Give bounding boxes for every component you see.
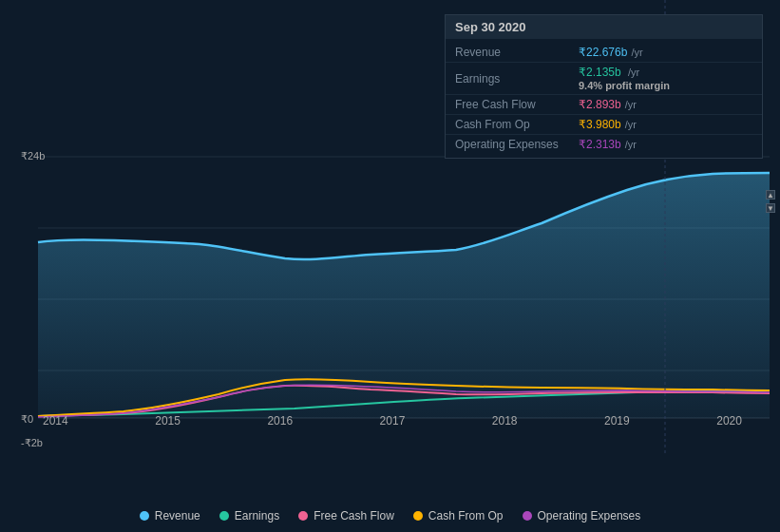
- tooltip-revenue-row: Revenue ₹22.676b /yr: [446, 43, 762, 63]
- legend-earnings[interactable]: Earnings: [219, 509, 279, 522]
- x-label-2014: 2014: [43, 414, 68, 428]
- legend-dot-opex: [523, 511, 532, 521]
- legend-label-revenue: Revenue: [155, 509, 200, 522]
- legend-dot-cashfromop: [413, 511, 423, 521]
- legend-fcf[interactable]: Free Cash Flow: [298, 509, 394, 522]
- tooltip-earnings-label: Earnings: [455, 72, 579, 86]
- chart-area: ₹24b ₹0 -₹2b 2014 2015 2016 2017 2018 20…: [0, 0, 780, 484]
- legend-bar: Revenue Earnings Free Cash Flow Cash Fro…: [0, 509, 780, 522]
- y-label-top: ₹24b: [21, 150, 45, 162]
- scroll-down-btn[interactable]: ▼: [766, 203, 775, 213]
- legend-dot-earnings: [219, 511, 229, 521]
- legend-label-cashfromop: Cash From Op: [428, 509, 504, 522]
- tooltip-cashfromop-value: ₹3.980b: [579, 118, 621, 131]
- tooltip-revenue-unit: /yr: [631, 47, 642, 58]
- x-label-2019: 2019: [604, 414, 630, 428]
- tooltip-cashfromop-label: Cash From Op: [455, 118, 579, 131]
- tooltip-cashfromop-row: Cash From Op ₹3.980b /yr: [446, 115, 762, 135]
- tooltip-body: Revenue ₹22.676b /yr Earnings ₹2.135b /y…: [446, 39, 762, 158]
- x-label-2017: 2017: [380, 414, 406, 428]
- tooltip-revenue-value: ₹22.676b: [579, 46, 627, 59]
- tooltip-earnings-unit: /yr: [628, 66, 639, 78]
- tooltip-opex-unit: /yr: [625, 139, 637, 150]
- tooltip-earnings-row: Earnings ₹2.135b /yr 9.4% profit margin: [446, 63, 762, 95]
- tooltip-opex-value: ₹2.313b: [579, 138, 621, 151]
- tooltip-opex-label: Operating Expenses: [455, 138, 579, 151]
- legend-label-fcf: Free Cash Flow: [314, 509, 394, 522]
- scroll-up-btn[interactable]: ▲: [766, 190, 775, 200]
- y-label-neg: -₹2b: [21, 437, 43, 449]
- tooltip-box: Sep 30 2020 Revenue ₹22.676b /yr Earning…: [445, 14, 763, 159]
- tooltip-earnings-value-row: ₹2.135b /yr: [579, 66, 670, 79]
- x-label-2016: 2016: [267, 414, 293, 428]
- tooltip-fcf-row: Free Cash Flow ₹2.893b /yr: [446, 95, 762, 115]
- tooltip-cashfromop-unit: /yr: [625, 119, 637, 130]
- x-label-2020: 2020: [716, 414, 742, 428]
- legend-cashfromop[interactable]: Cash From Op: [413, 509, 504, 522]
- tooltip-fcf-value: ₹2.893b: [579, 98, 621, 111]
- tooltip-earnings-margin: ₹2.135b /yr 9.4% profit margin: [579, 66, 670, 91]
- legend-label-opex: Operating Expenses: [538, 509, 641, 522]
- tooltip-opex-row: Operating Expenses ₹2.313b /yr: [446, 135, 762, 154]
- tooltip-fcf-label: Free Cash Flow: [455, 98, 579, 111]
- legend-dot-fcf: [298, 511, 308, 521]
- legend-revenue[interactable]: Revenue: [140, 509, 200, 522]
- scroll-indicator: ▲ ▼: [766, 190, 775, 213]
- legend-dot-revenue: [140, 511, 149, 521]
- tooltip-earnings-value: ₹2.135b: [579, 66, 621, 79]
- tooltip-date: Sep 30 2020: [446, 15, 762, 39]
- x-label-2018: 2018: [492, 414, 518, 428]
- x-axis: 2014 2015 2016 2017 2018 2019 2020: [0, 414, 780, 428]
- tooltip-fcf-unit: /yr: [625, 99, 637, 110]
- legend-label-earnings: Earnings: [235, 509, 279, 522]
- tooltip-revenue-label: Revenue: [455, 46, 579, 59]
- x-label-2015: 2015: [155, 414, 181, 428]
- tooltip-profit-margin: 9.4% profit margin: [579, 80, 670, 91]
- legend-opex[interactable]: Operating Expenses: [523, 509, 641, 522]
